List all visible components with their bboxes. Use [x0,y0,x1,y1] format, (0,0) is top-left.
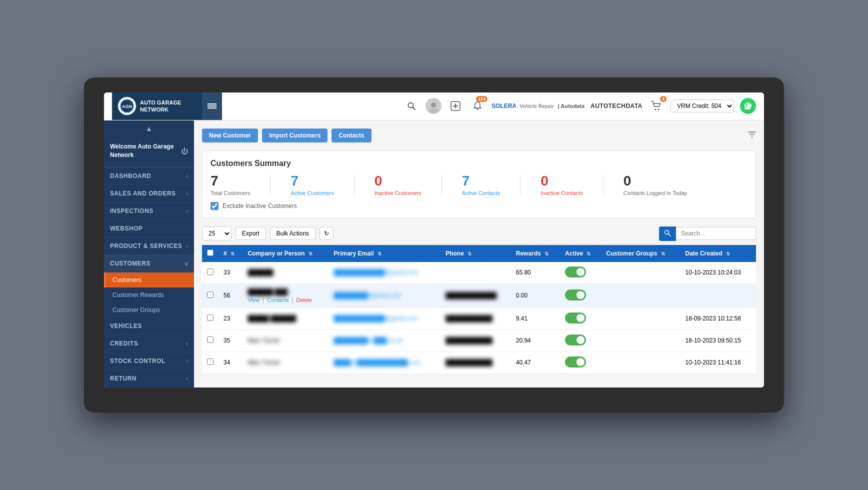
row-checkbox-cell[interactable] [202,284,218,308]
chevron-icon: ∨ [184,261,188,266]
stat-number-inactive: 0 [374,174,422,188]
select-all-checkbox[interactable] [207,250,214,256]
refresh-button[interactable]: ↻ [320,227,334,240]
row-date-created: 10-10-2023 10:24:03 [680,262,756,284]
bulk-actions-button[interactable]: Bulk Actions [270,227,316,240]
view-link[interactable]: View [248,297,260,303]
filter-button[interactable] [748,130,756,140]
row-active[interactable] [560,262,601,284]
th-company-person[interactable]: Company or Person ⇅ [242,245,328,262]
row-email[interactable]: ████████@███.co.uk [328,330,440,352]
sidebar-item-webshop[interactable]: WEBSHOP [104,220,194,238]
search-submit-button[interactable] [659,226,676,241]
sidebar-item-sales[interactable]: SALES AND ORDERS › [104,185,194,202]
sidebar-item-products[interactable]: PRODUCT & SERVICES › [104,238,194,255]
row-checkbox-cell[interactable] [202,352,218,374]
stat-label-inactive-contacts: Inactive Contacts [540,190,582,196]
solera-logo: SOLERA Vehicle Repair | Autodata [492,101,584,111]
stat-inactive-customers: 0 Inactive Customers [374,174,422,196]
sidebar-item-credits[interactable]: CREDITS › [104,335,194,352]
add-button[interactable] [448,98,464,114]
sidebar-item-return[interactable]: RETURN › [104,370,194,388]
exclude-inactive-checkbox[interactable] [210,202,218,210]
svg-point-9 [477,108,478,110]
whatsapp-button[interactable] [740,98,756,114]
row-active[interactable] [560,284,601,308]
sidebar-subitem-customers[interactable]: Customers [104,272,194,288]
active-toggle[interactable] [565,290,586,300]
table-row: 35 Marc Turner ████████@███.co.uk ██████… [202,330,756,352]
row-name[interactable]: █████ ██████ [242,308,328,330]
row-groups [601,262,680,284]
sidebar-item-dashboard[interactable]: DASHBOARD › [104,168,194,185]
contacts-button[interactable]: Contacts [332,128,371,142]
row-checkbox-cell[interactable] [202,308,218,330]
active-toggle[interactable] [565,312,586,324]
screen: AGN AUTO GARAGE NETWORK [104,92,764,388]
row-active[interactable] [560,352,601,374]
autodata-text: | Autodata [558,103,584,109]
row-name[interactable]: ██████ ███ View | Contacts | Delete [242,284,328,308]
row-email[interactable]: ████████@gmail.com [328,284,440,308]
row-checkbox-cell[interactable] [202,330,218,352]
active-toggle[interactable] [565,334,586,346]
row-groups [601,284,680,308]
laptop-frame: AGN AUTO GARAGE NETWORK [84,78,784,413]
import-customers-button[interactable]: Import Customers [262,128,328,142]
hamburger-button[interactable] [202,92,222,120]
search-button[interactable] [404,98,420,114]
th-rewards[interactable]: Rewards ⇅ [511,245,560,262]
sidebar-subitem-customer-groups[interactable]: Customer Groups [104,302,194,318]
th-date-created[interactable]: Date Created ⇅ [680,245,756,262]
row-email[interactable]: ████@████████████.com [328,352,440,374]
th-id[interactable]: # ⇅ [218,245,242,262]
sidebar-item-inspections[interactable]: INSPECTIONS › [104,202,194,220]
th-primary-email[interactable]: Primary Email ⇅ [328,245,440,262]
row-email[interactable]: ████████████@gmail.com [328,262,440,284]
summary-stats: 7 Total Customers 7 Active Customers 0 I… [210,174,748,196]
row-checkbox[interactable] [207,268,214,275]
row-active[interactable] [560,330,601,352]
table-row: 56 ██████ ███ View | Contacts | Delete █… [202,284,756,308]
power-icon[interactable]: ⏻ [181,147,188,155]
chevron-icon: › [186,174,188,179]
notifications-button[interactable]: 124 [470,98,486,114]
row-checkbox[interactable] [207,292,214,298]
row-email[interactable]: ████████████@gmail.com [328,308,440,330]
row-name[interactable]: ██████ [242,262,328,284]
row-checkbox[interactable] [207,314,214,321]
stat-number-logged-in: 0 [624,174,688,188]
row-id: 35 [218,330,242,352]
row-name[interactable]: Marc Turner [242,352,328,374]
search-input[interactable] [676,227,756,240]
per-page-select[interactable]: 25 10 50 100 [202,226,232,240]
sidebar-subitem-customer-rewards[interactable]: Customer Rewards [104,288,194,302]
export-button[interactable]: Export [236,227,266,240]
row-name[interactable]: Marc Turner [242,330,328,352]
sidebar-item-vehicles[interactable]: VEHICLES [104,318,194,335]
row-checkbox[interactable] [207,336,214,343]
contacts-link[interactable]: Contacts [267,297,288,303]
sidebar-item-customers[interactable]: CUSTOMERS ∨ [104,255,194,272]
chevron-icon: › [186,376,188,382]
vrm-credit-select[interactable]: VRM Credit: 504 [670,100,734,112]
exclude-inactive-row: Exclude Inactive Customers [210,202,748,210]
th-customer-groups[interactable]: Customer Groups ⇅ [601,245,680,262]
new-customer-button[interactable]: New Customer [202,128,258,142]
active-toggle[interactable] [565,266,586,278]
th-phone[interactable]: Phone ⇅ [440,245,511,262]
cart-button[interactable]: 3 [648,98,664,114]
delete-link[interactable]: Delete [296,297,312,303]
user-avatar[interactable] [426,98,442,114]
row-checkbox[interactable] [207,358,214,365]
row-checkbox-cell[interactable] [202,262,218,284]
svg-line-3 [413,108,416,110]
th-select-all[interactable] [202,245,218,262]
sidebar-item-stock-control[interactable]: STOCK CONTROL › [104,352,194,370]
row-rewards: 0.00 [511,284,560,308]
row-phone: ███████████ [440,352,511,374]
table-controls: 25 10 50 100 Export Bulk Actions ↻ [202,226,756,241]
row-active[interactable] [560,308,601,330]
active-toggle[interactable] [565,356,586,368]
th-active[interactable]: Active ⇅ [560,245,601,262]
